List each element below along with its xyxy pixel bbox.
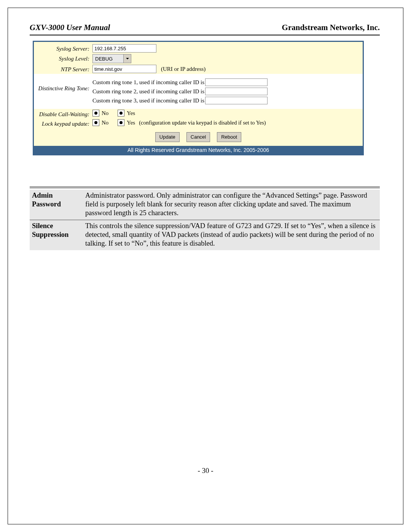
lku-radio-yes[interactable]	[118, 119, 124, 126]
page-number: - 30 -	[0, 466, 411, 475]
button-row: Update Cancel Reboot	[36, 128, 360, 146]
ntp-hint: (URI or IP address)	[161, 66, 206, 72]
header-title-left: GXV-3000 User Manual	[30, 23, 110, 32]
syslog-server-input[interactable]	[92, 44, 156, 53]
row-lock-keypad-update: Lock keypad update: No Yes (configuratio…	[36, 118, 360, 128]
syslog-level-value: DEBUG	[95, 56, 113, 62]
description-table: Admin Password Administrator password. O…	[30, 190, 380, 251]
page-content: GXV-3000 User Manual Grandstream Network…	[30, 23, 380, 250]
syslog-level-select[interactable]: DEBUG	[92, 54, 131, 63]
ntp-server-input[interactable]	[92, 65, 156, 73]
chevron-down-icon	[123, 54, 131, 63]
cancel-button[interactable]: Cancel	[186, 132, 210, 142]
reboot-button[interactable]: Reboot	[217, 132, 241, 142]
silence-suppression-label: Silence Suppression	[30, 220, 83, 250]
row-ntp-server: NTP Server: (URI or IP address)	[36, 64, 360, 74]
table-row: Admin Password Administrator password. O…	[30, 190, 380, 220]
header-rule	[30, 35, 380, 35]
settings-panel: Syslog Server: Syslog Level: DEBUG	[33, 41, 364, 155]
page-header: GXV-3000 User Manual Grandstream Network…	[30, 23, 380, 35]
row-syslog-level: Syslog Level: DEBUG	[36, 53, 360, 64]
lku-no-text: No	[102, 120, 108, 126]
ring1-text: Custom ring tone 1, used if incoming cal…	[92, 79, 204, 86]
lku-note: (configuration update via keypad is disa…	[139, 120, 266, 126]
ring3-input[interactable]	[205, 97, 268, 104]
row-disable-call-waiting: Disable Call-Waiting: No Yes	[36, 109, 360, 118]
update-button[interactable]: Update	[155, 132, 180, 142]
dcw-yes-text: Yes	[127, 110, 135, 117]
ntp-server-label: NTP Server:	[36, 65, 92, 73]
silence-suppression-text: This controls the silence suppression/VA…	[83, 220, 380, 250]
ring3-text: Custom ring tone 3, used if incoming cal…	[92, 97, 204, 104]
ring1-input[interactable]	[205, 78, 268, 86]
lku-label: Lock keypad update:	[36, 119, 92, 127]
dcw-label: Disable Call-Waiting:	[36, 110, 92, 118]
dcw-no-text: No	[102, 110, 108, 117]
syslog-level-label: Syslog Level:	[36, 54, 92, 62]
row-syslog-server: Syslog Server:	[36, 43, 360, 53]
table-row: Silence Suppression This controls the si…	[30, 220, 380, 250]
ring2-input[interactable]	[205, 88, 268, 95]
dcw-radio-yes[interactable]	[118, 110, 124, 117]
header-title-right: Grandstream Networks, Inc.	[282, 23, 380, 32]
ring-tone-block: Distinctive Ring Tone: Custom ring tone …	[34, 74, 363, 109]
panel-footer: All Rights Reserved Grandstream Networks…	[34, 146, 363, 154]
admin-password-label: Admin Password	[30, 190, 83, 220]
lku-radio-no[interactable]	[92, 119, 99, 126]
section-divider	[30, 185, 380, 188]
syslog-server-label: Syslog Server:	[36, 44, 92, 52]
ring-tone-label: Distinctive Ring Tone:	[36, 77, 92, 92]
lku-yes-text: Yes	[127, 120, 135, 126]
dcw-radio-no[interactable]	[92, 110, 99, 117]
ring2-text: Custom ring tone 2, used if incoming cal…	[92, 88, 204, 95]
admin-password-text: Administrator password. Only administrat…	[83, 190, 380, 220]
